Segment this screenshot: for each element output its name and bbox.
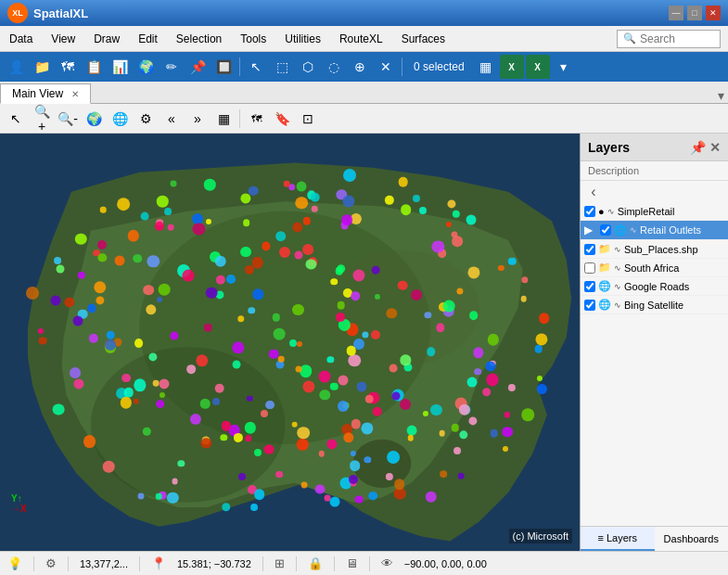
map-dot[interactable] [391, 391, 400, 400]
map-dot[interactable] [302, 244, 313, 255]
map-tb-settings[interactable]: ⚙ [134, 107, 158, 131]
map-dot[interactable] [222, 503, 230, 511]
map-dot[interactable] [300, 364, 313, 377]
map-dot[interactable] [411, 289, 422, 300]
layer-item-sub-places[interactable]: 📁 ∿ Sub_Places.shp [581, 240, 728, 259]
panel-close-icon[interactable]: ✕ [709, 140, 721, 155]
map-dot[interactable] [375, 294, 380, 300]
map-dot[interactable] [134, 339, 144, 348]
map-dot[interactable] [171, 180, 177, 186]
map-dot[interactable] [440, 470, 447, 478]
map-dot[interactable] [368, 492, 377, 501]
map-dot[interactable] [485, 362, 495, 372]
map-dot[interactable] [83, 436, 96, 449]
tb-btn-more[interactable]: ▾ [552, 55, 576, 79]
map-dot[interactable] [398, 177, 408, 187]
tb-btn-7[interactable]: ✏ [160, 55, 184, 79]
panel-footer-dashboards-tab[interactable]: Dashboards [655, 527, 729, 551]
map-dot[interactable] [537, 384, 546, 393]
layer-checkbox-south-africa[interactable] [584, 262, 595, 274]
map-dot[interactable] [329, 496, 339, 506]
map-dot[interactable] [201, 438, 211, 448]
map-tb-next[interactable]: » [185, 107, 210, 131]
map-dot[interactable] [249, 185, 259, 196]
tb-btn-4[interactable]: 📋 [82, 55, 106, 79]
layer-item-simple-retail[interactable]: ● ∿ SimpleRetail [581, 203, 728, 221]
map-dot[interactable] [425, 313, 431, 319]
map-dot[interactable] [520, 296, 527, 302]
map-dot[interactable] [466, 377, 477, 387]
map-dot[interactable] [319, 451, 326, 457]
panel-pin-icon[interactable]: 📌 [690, 140, 706, 155]
map-dot[interactable] [247, 395, 252, 401]
map-dot[interactable] [284, 181, 290, 187]
menu-edit[interactable]: Edit [129, 29, 167, 49]
map-dot[interactable] [453, 447, 461, 454]
map-dot[interactable] [312, 206, 317, 211]
map-dot[interactable] [521, 276, 528, 283]
map-dot[interactable] [291, 421, 298, 428]
map-dot[interactable] [400, 399, 411, 410]
tb-btn-8[interactable]: 📌 [185, 55, 210, 79]
tb-btn-clear[interactable]: ✕ [374, 55, 398, 79]
map-dot[interactable] [419, 207, 427, 214]
map-tb-layer-toggle[interactable]: 🗺 [244, 107, 268, 131]
map-dot[interactable] [425, 491, 436, 502]
map-dot[interactable] [204, 179, 215, 190]
map-dot[interactable] [297, 439, 309, 451]
map-dot[interactable] [134, 254, 143, 263]
map-dot[interactable] [292, 304, 303, 315]
map-dot[interactable] [124, 388, 134, 397]
map-dot[interactable] [394, 479, 405, 491]
map-dot[interactable] [107, 331, 114, 339]
map-tb-arrow[interactable]: ↖ [4, 107, 28, 131]
map-dot[interactable] [196, 354, 208, 366]
map-dot[interactable] [341, 214, 352, 225]
map-dot[interactable] [186, 364, 196, 374]
map-dot[interactable] [446, 222, 452, 227]
map-dot[interactable] [215, 275, 224, 285]
map-dot[interactable] [338, 375, 348, 385]
map-dot[interactable] [330, 278, 338, 286]
map-dot[interactable] [74, 379, 84, 390]
tb-btn-filter[interactable]: ▦ [474, 55, 498, 79]
map-dot[interactable] [361, 423, 373, 435]
map-tb-globe2[interactable]: 🌐 [108, 107, 132, 131]
layer-item-south-africa[interactable]: 📁 ∿ South Africa [581, 259, 728, 277]
map-container[interactable]: Y↑ →X (c) Microsoft ◀ ▶ [0, 134, 580, 551]
map-dot[interactable] [296, 181, 306, 191]
map-dot[interactable] [275, 231, 287, 242]
map-dot[interactable] [269, 350, 279, 360]
map-dot[interactable] [356, 381, 366, 391]
map-dot[interactable] [452, 424, 459, 431]
tb-btn-lasso[interactable]: ◌ [322, 55, 346, 79]
map-dot[interactable] [310, 192, 320, 202]
map-dot[interactable] [275, 471, 283, 479]
map-dot[interactable] [114, 255, 124, 265]
tab-main-view[interactable]: Main View ✕ [0, 83, 91, 104]
tb-btn-3[interactable]: 🗺 [56, 55, 80, 79]
map-dot[interactable] [155, 222, 164, 231]
map-dot[interactable] [349, 354, 361, 366]
map-dot[interactable] [232, 361, 240, 369]
layer-back-button[interactable]: ‹ [584, 183, 603, 201]
map-dot[interactable] [327, 439, 338, 449]
map-dot[interactable] [254, 489, 265, 500]
map-dot[interactable] [502, 427, 513, 438]
map-dot[interactable] [350, 461, 361, 472]
map-dot[interactable] [295, 365, 301, 372]
map-dot[interactable] [337, 301, 345, 310]
tb-btn-radius[interactable]: ⊕ [348, 55, 372, 79]
tab-close-icon[interactable]: ✕ [71, 89, 79, 99]
map-dot[interactable] [254, 449, 262, 456]
map-dot[interactable] [474, 368, 481, 376]
map-dot[interactable] [315, 484, 326, 494]
map-dot[interactable] [504, 412, 510, 417]
map-dot[interactable] [214, 255, 226, 267]
map-dot[interactable] [347, 346, 357, 356]
layer-checkbox-sub-places[interactable] [584, 244, 595, 255]
map-dot[interactable] [193, 223, 205, 235]
map-dot[interactable] [164, 208, 172, 215]
map-dot[interactable] [264, 444, 275, 454]
map-dot[interactable] [134, 379, 146, 391]
